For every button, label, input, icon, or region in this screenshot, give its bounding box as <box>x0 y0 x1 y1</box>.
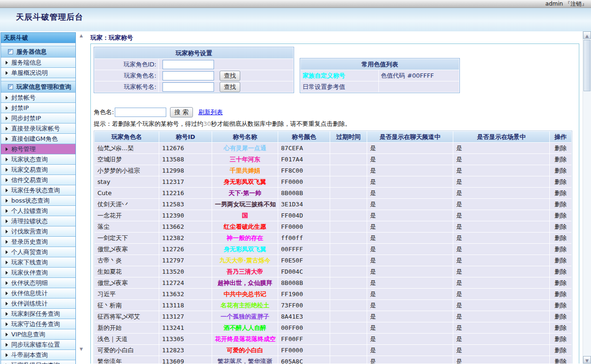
sidebar-item[interactable]: 玩家任务状态查询 <box>1 185 75 196</box>
column-header: 操作 <box>550 131 571 142</box>
delete-link[interactable]: 删除 <box>554 279 567 286</box>
title-color-cell: F0E50F <box>278 255 330 266</box>
account-name-input[interactable] <box>163 82 214 92</box>
delete-link[interactable]: 删除 <box>554 324 567 331</box>
show-in-chat-cell: 是 <box>367 244 453 255</box>
family-custom-title-label: 家族自定义称号 <box>301 70 378 81</box>
title-id-cell: 112216 <box>159 188 212 198</box>
scroll-down-button[interactable]: ▼ <box>583 356 591 364</box>
delete-link[interactable]: 删除 <box>554 302 567 309</box>
sidebar-item-label: 个人商贸查询 <box>11 247 48 257</box>
delete-link[interactable]: 删除 <box>554 156 567 163</box>
sidebar-item-label: 玩家下线查询 <box>11 257 48 267</box>
sidebar-item-label: 玩家伙伴查询 <box>11 268 48 277</box>
sidebar-item[interactable]: boss状态查询 <box>1 196 75 206</box>
delete-link[interactable]: 删除 <box>554 268 567 275</box>
sidebar-item[interactable]: 直接创建GM角色 <box>1 134 75 144</box>
show-in-chat-cell: 是 <box>367 221 453 232</box>
sidebar-item[interactable]: 伙伴状态明细 <box>1 278 75 288</box>
delete-link[interactable]: 删除 <box>554 257 567 264</box>
delete-link[interactable]: 删除 <box>554 201 567 208</box>
search-button[interactable]: 搜 索 <box>170 107 192 117</box>
lookup-role-button[interactable]: 查找 <box>220 71 240 81</box>
title-id-cell: 113588 <box>159 154 212 165</box>
sidebar-item[interactable]: 封禁IP <box>1 103 75 113</box>
content-scrollbar[interactable]: ▲ ▼ <box>583 31 591 364</box>
delete-link[interactable]: 删除 <box>554 347 567 354</box>
delete-link[interactable]: 删除 <box>554 358 567 364</box>
role-id-input[interactable] <box>163 60 214 69</box>
scroll-up-icon[interactable]: ▲ <box>80 32 83 39</box>
sidebar-item[interactable]: 清理拉镖状态 <box>1 216 75 226</box>
scroll-up-button[interactable]: ▲ <box>583 31 591 39</box>
delete-link[interactable]: 删除 <box>554 291 567 298</box>
sidebar-item[interactable]: 玩家下线查询 <box>1 257 75 268</box>
expire-time-cell <box>330 356 367 364</box>
sidebar-item[interactable]: 玩家刺探任务查询 <box>1 309 75 319</box>
delete-link[interactable]: 删除 <box>554 223 567 230</box>
delete-link[interactable]: 删除 <box>554 167 567 174</box>
sidebar-item[interactable]: 玩家状态查询 <box>1 154 75 165</box>
expire-time-cell <box>330 165 367 176</box>
expire-time-cell <box>330 199 367 210</box>
sidebar-item[interactable]: 玩家伙伴查询 <box>1 268 75 278</box>
logout-link[interactable]: 『注销』 <box>565 0 587 7</box>
sidebar-item[interactable]: 个人商贸查询 <box>1 247 75 257</box>
triangle-bullet-icon <box>6 281 8 285</box>
sidebar-group-header[interactable]: 服务器信息 <box>1 46 75 58</box>
table-row: 浅色｜天道113305花开终是落花落终成空FF00FF是是删除 <box>95 334 571 344</box>
triangle-bullet-icon <box>6 127 8 131</box>
sidebar-item[interactable]: 服务端信息 <box>1 58 75 68</box>
operation-cell: 删除 <box>550 322 571 333</box>
delete-link[interactable]: 删除 <box>554 212 567 219</box>
sidebar-item[interactable]: 单服概况说明 <box>1 68 75 78</box>
delete-link[interactable]: 删除 <box>554 189 567 197</box>
sidebar-item[interactable]: 个人拉镖查询 <box>1 206 75 216</box>
sidebar-item[interactable]: 封禁帐号 <box>1 93 75 103</box>
column-header: 是否显示在聊天频道中 <box>367 131 453 142</box>
sidebar-item[interactable]: 登录历史查询 <box>1 237 75 247</box>
sidebar-item[interactable]: 同步封禁IP <box>1 113 75 124</box>
sidebar-item-label: 清理拉镖状态 <box>11 216 48 226</box>
player-name-cell: 征西将军乄邓艾 <box>95 311 159 322</box>
triangle-bullet-icon <box>6 333 8 336</box>
sidebar-item[interactable]: 称号管理 <box>1 144 75 154</box>
sidebar-item[interactable]: 玩家交易查询 <box>1 165 75 175</box>
delete-link[interactable]: 删除 <box>554 246 567 253</box>
sidebar-item[interactable]: 直接登录玩家帐号 <box>1 124 75 134</box>
delete-link[interactable]: 删除 <box>554 335 567 342</box>
sidebar-item[interactable]: 斗帝副本查询 <box>1 350 75 360</box>
operation-cell: 删除 <box>550 176 571 187</box>
refresh-list-link[interactable]: 刷新列表 <box>199 108 223 116</box>
sidebar-item[interactable]: 伙伴训练统计 <box>1 298 75 309</box>
delete-link[interactable]: 删除 <box>554 313 567 320</box>
table-row: 傲世乄夜寒112726身无彩凤双飞翼00FFFF是是删除 <box>95 244 571 255</box>
delete-link[interactable]: 删除 <box>554 234 567 241</box>
sidebar-group-header[interactable]: 玩家信息管理和查询 <box>1 81 75 93</box>
operation-cell: 删除 <box>550 143 571 153</box>
role-name-lookup-input[interactable] <box>163 71 214 80</box>
sidebar-item[interactable]: 信件交易查询 <box>1 175 75 185</box>
expire-time-cell <box>330 176 367 187</box>
show-in-scene-cell: 是 <box>453 255 549 266</box>
title-name-cell: 身无彩凤双飞翼 <box>212 176 278 187</box>
column-header: 称号颜色 <box>278 131 330 142</box>
triangle-bullet-icon <box>6 96 8 100</box>
sidebar-item[interactable]: 玩家升级日志查询 <box>1 360 75 364</box>
lookup-account-button[interactable]: 查找 <box>220 82 240 92</box>
search-role-name-input[interactable] <box>115 108 166 117</box>
delete-link[interactable]: 删除 <box>554 145 567 152</box>
delete-link[interactable]: 删除 <box>554 178 567 185</box>
show-in-chat-cell: 是 <box>367 345 453 356</box>
sidebar-item[interactable]: 讨伐敌营查询 <box>1 226 75 237</box>
sidebar-item[interactable]: VIP信息查询 <box>1 329 75 340</box>
sidebar-scrollbar[interactable]: ▲ ▼ <box>77 32 85 363</box>
sidebar-item[interactable]: 玩家守边任务查询 <box>1 319 75 329</box>
scroll-thumb[interactable] <box>584 40 591 91</box>
sidebar-item[interactable]: 伙伴信息统计 <box>1 288 75 298</box>
sidebar-menu: 天辰斗破 服务器信息服务端信息单服概况说明玩家信息管理和查询封禁帐号封禁IP同步… <box>0 32 76 364</box>
show-in-chat-cell: 是 <box>367 143 453 153</box>
player-name-cell: 习近平 <box>95 289 159 299</box>
sidebar-item[interactable]: 同步玩家镖车位置 <box>1 340 75 350</box>
scroll-down-icon[interactable]: ▼ <box>80 346 83 352</box>
